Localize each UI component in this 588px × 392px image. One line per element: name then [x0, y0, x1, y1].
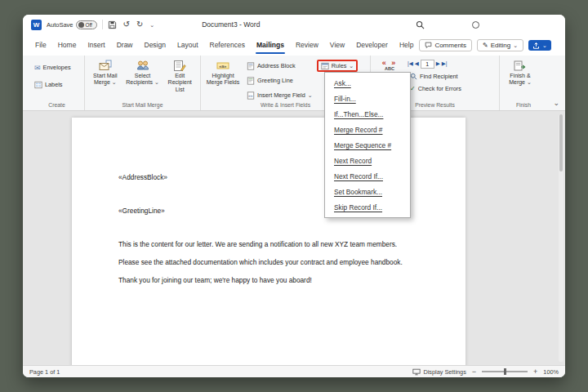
- address-block-button[interactable]: Address Block: [244, 60, 315, 72]
- tab-developer[interactable]: Developer: [350, 36, 394, 54]
- presence-ring-icon[interactable]: [472, 21, 479, 29]
- chevron-down-icon: ⌄: [527, 79, 532, 85]
- zoom-out-button[interactable]: −: [472, 368, 476, 376]
- menu-item-ask[interactable]: Ask...: [325, 75, 410, 91]
- select-recipients-label: Select Recipients: [126, 73, 153, 85]
- menu-item-skip-record-if[interactable]: Skip Record If...: [325, 199, 410, 215]
- document-area: «AddressBlock» «GreetingLine» This is th…: [23, 111, 565, 365]
- chevron-down-icon: ⌄: [349, 63, 354, 69]
- insert-merge-field-button[interactable]: «» Insert Merge Field ⌄: [244, 89, 315, 101]
- body-paragraph: This is the content for our letter. We a…: [118, 240, 454, 248]
- zoom-level[interactable]: 100%: [543, 368, 559, 376]
- group-label-finish: Finish: [502, 101, 545, 109]
- vertical-scrollbar[interactable]: [559, 114, 564, 362]
- menu-item-next-record-if[interactable]: Next Record If...: [325, 168, 410, 184]
- last-record-icon[interactable]: ▶|: [442, 61, 448, 67]
- zoom-slider-thumb[interactable]: [504, 368, 506, 375]
- word-logo-icon: W: [31, 20, 42, 30]
- chevron-down-icon: ⌄: [513, 42, 518, 48]
- save-icon[interactable]: [108, 20, 117, 29]
- previous-record-icon[interactable]: ◀: [415, 61, 419, 67]
- chevron-down-icon: ⌄: [112, 79, 117, 85]
- finish-merge-button[interactable]: Finish & Merge ⌄: [502, 58, 538, 88]
- first-record-icon[interactable]: |◀: [408, 61, 413, 67]
- finish-group-body: Finish & Merge ⌄: [502, 58, 545, 101]
- body-paragraph: Please see the attached documentation wh…: [118, 258, 454, 266]
- tab-insert[interactable]: Insert: [82, 36, 110, 54]
- highlight-merge-fields-button[interactable]: «a» Highlight Merge Fields: [203, 58, 243, 88]
- ribbon-tab-strip: File Home Insert Draw Design Layout Refe…: [23, 34, 565, 56]
- tab-home[interactable]: Home: [52, 36, 82, 54]
- recipients-icon: [136, 60, 149, 72]
- toggle-knob-icon: [78, 22, 84, 28]
- tab-design[interactable]: Design: [139, 36, 172, 54]
- comments-button[interactable]: Comments: [419, 39, 472, 51]
- quick-access-toolbar: ↺ ↻ ⌄: [108, 20, 155, 29]
- menu-item-merge-record[interactable]: Merge Record #: [325, 122, 410, 137]
- redo-icon[interactable]: ↻: [136, 20, 143, 29]
- tab-layout[interactable]: Layout: [172, 36, 204, 54]
- ribbon: ✉ Envelopes Labels: [23, 56, 565, 111]
- insert-merge-field-label: Insert Merge Field: [257, 91, 305, 99]
- record-number-input[interactable]: [421, 60, 434, 69]
- edit-recipient-list-button[interactable]: Edit Recipient List: [162, 58, 198, 95]
- tab-mailings[interactable]: Mailings: [251, 36, 290, 54]
- tabstrip-actions: Comments ✎ Editing ⌄ ⌄: [419, 39, 563, 51]
- select-recipients-button[interactable]: Select Recipients ⌄: [125, 58, 161, 88]
- autosave-control: AutoSave Off: [47, 20, 97, 29]
- tab-references[interactable]: References: [204, 36, 251, 54]
- edit-list-icon: [173, 60, 186, 72]
- envelopes-button[interactable]: ✉ Envelopes: [32, 61, 74, 74]
- customize-toolbar-chevron-icon[interactable]: ⌄: [149, 22, 154, 28]
- rules-label: Rules: [332, 62, 347, 69]
- start-mail-merge-button[interactable]: Start Mail Merge ⌄: [87, 58, 123, 88]
- zoom-in-button[interactable]: +: [533, 368, 537, 376]
- greeting-line-button[interactable]: Greeting Line: [244, 74, 315, 87]
- menu-item-fill-in[interactable]: Fill-in...: [325, 91, 410, 106]
- tab-review[interactable]: Review: [290, 36, 324, 54]
- preview-results-button[interactable]: « » ABC: [373, 58, 406, 74]
- comment-bubble-icon: [425, 42, 432, 49]
- chevron-down-icon: ⌄: [154, 79, 159, 85]
- search-icon[interactable]: [416, 20, 425, 29]
- envelopes-label: Envelopes: [43, 64, 71, 71]
- find-recipient-icon: [410, 73, 417, 80]
- address-block-label: Address Block: [257, 62, 296, 69]
- preview-results-icon: « » ABC: [382, 60, 398, 72]
- ribbon-group-create: ✉ Envelopes Labels: [29, 56, 85, 110]
- find-recipient-label: Find Recipient: [420, 73, 458, 80]
- tab-view[interactable]: View: [324, 36, 350, 54]
- check-for-errors-button[interactable]: ✓ Check for Errors: [408, 83, 464, 94]
- group-label-start-mail-merge: Start Mail Merge: [87, 101, 198, 109]
- editing-mode-button[interactable]: ✎ Editing ⌄: [477, 39, 523, 51]
- create-group-body: ✉ Envelopes Labels: [32, 58, 82, 101]
- display-settings-icon: [412, 368, 421, 376]
- find-recipient-button[interactable]: Find Recipient: [408, 71, 464, 82]
- finish-merge-icon: [514, 60, 527, 72]
- start-mail-merge-group-body: Start Mail Merge ⌄ Select Recipients ⌄: [87, 58, 198, 101]
- labels-button[interactable]: Labels: [32, 78, 74, 91]
- ribbon-group-start-mail-merge: Start Mail Merge ⌄ Select Recipients ⌄: [85, 56, 201, 110]
- scrollbar-thumb[interactable]: [559, 114, 563, 172]
- greeting-line-label: Greeting Line: [257, 77, 293, 84]
- tab-help[interactable]: Help: [394, 36, 419, 54]
- ribbon-group-finish: Finish & Merge ⌄ Finish: [500, 56, 547, 110]
- menu-item-merge-sequence[interactable]: Merge Sequence #: [325, 137, 410, 153]
- menu-item-next-record[interactable]: Next Record: [325, 153, 410, 168]
- statusbar-right: Display Settings − + 100%: [412, 368, 559, 376]
- body-paragraph: Thank you for joining our team; we're ha…: [118, 276, 454, 284]
- undo-icon[interactable]: ↺: [123, 20, 130, 29]
- tab-file[interactable]: File: [29, 36, 52, 54]
- tab-draw[interactable]: Draw: [111, 36, 139, 54]
- page-indicator[interactable]: Page 1 of 1: [29, 368, 60, 376]
- share-button[interactable]: ⌄: [528, 40, 551, 51]
- autosave-toggle[interactable]: Off: [76, 20, 97, 29]
- display-settings-button[interactable]: Display Settings: [412, 368, 466, 376]
- zoom-slider[interactable]: [482, 371, 528, 372]
- collapse-ribbon-icon[interactable]: ⌄: [553, 100, 559, 107]
- menu-item-set-bookmark[interactable]: Set Bookmark...: [325, 184, 410, 199]
- menu-item-if-then-else[interactable]: If...Then...Else...: [325, 106, 410, 122]
- next-record-icon[interactable]: ▶: [436, 61, 440, 67]
- rules-button[interactable]: Rules ⌄: [317, 60, 359, 72]
- autosave-state: Off: [86, 22, 92, 28]
